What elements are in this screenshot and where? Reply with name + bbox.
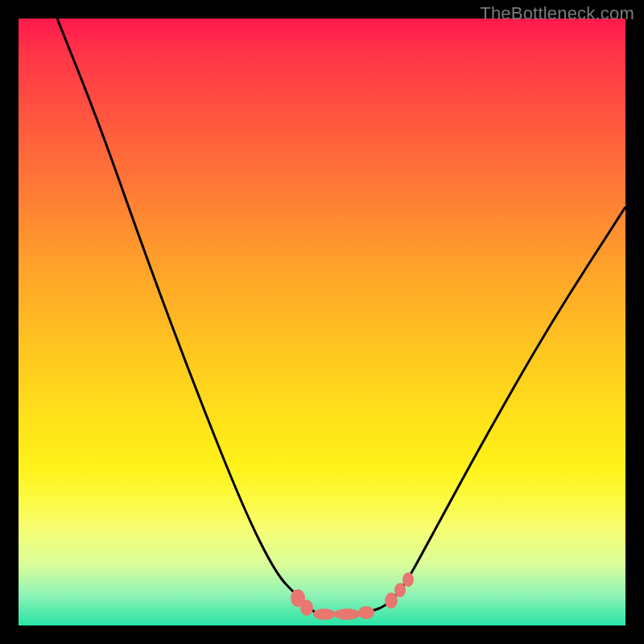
- marker-point-4: [358, 606, 374, 619]
- marker-point-7: [402, 572, 414, 587]
- marker-point-2: [313, 609, 336, 620]
- marker-point-5: [385, 592, 398, 609]
- marker-point-1: [300, 600, 313, 616]
- bottleneck-curve: [19, 19, 625, 625]
- chart-plot-area: [19, 19, 625, 625]
- curve-lines: [57, 19, 625, 614]
- curve-right-curve: [318, 207, 625, 614]
- watermark-text: TheBottleneck.com: [0, 3, 644, 24]
- marker-point-6: [394, 583, 406, 597]
- marker-point-3: [334, 609, 360, 620]
- curve-markers: [291, 572, 414, 620]
- curve-left-curve: [57, 19, 318, 614]
